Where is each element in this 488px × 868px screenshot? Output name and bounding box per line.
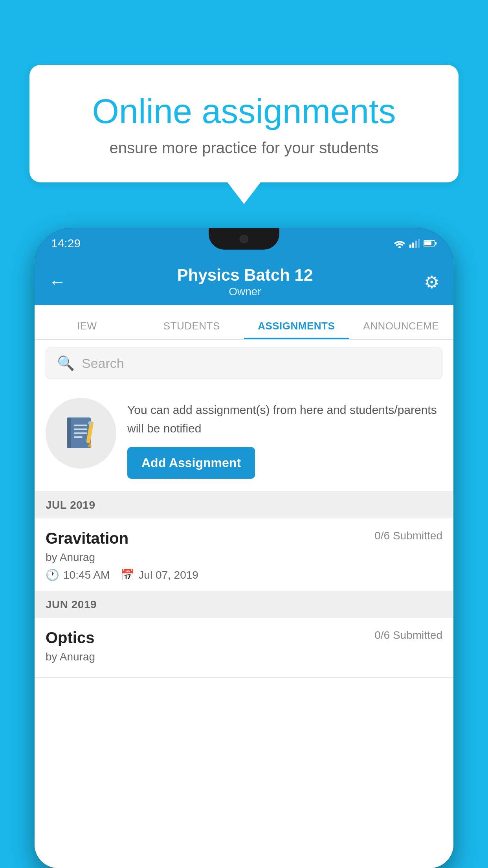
- phone-content: 🔍 Search: [35, 340, 453, 868]
- tab-announcements[interactable]: ANNOUNCEME: [349, 320, 454, 339]
- clock-icon: 🕐: [46, 568, 59, 581]
- assignment-row-top-optics: Optics 0/6 Submitted: [46, 629, 442, 647]
- promo-content: You can add assignment(s) from here and …: [127, 398, 442, 479]
- svg-rect-9: [67, 417, 71, 448]
- tab-iew[interactable]: IEW: [35, 320, 139, 339]
- assignment-submitted-optics: 0/6 Submitted: [374, 629, 442, 642]
- status-time: 14:29: [51, 237, 81, 250]
- assignment-date-gravitation: 📅 Jul 07, 2019: [121, 568, 198, 581]
- assignment-date-value: Jul 07, 2019: [138, 569, 198, 581]
- promo-description: You can add assignment(s) from here and …: [127, 401, 442, 438]
- notebook-icon: [61, 414, 101, 453]
- tab-students[interactable]: STUDENTS: [139, 320, 244, 339]
- assignment-time-value: 10:45 AM: [63, 569, 110, 581]
- promo-icon-circle: [46, 398, 116, 469]
- tab-assignments[interactable]: ASSIGNMENTS: [244, 320, 349, 339]
- search-bar[interactable]: 🔍 Search: [46, 348, 442, 379]
- svg-rect-7: [424, 241, 431, 245]
- svg-point-0: [398, 246, 401, 248]
- back-button[interactable]: ←: [49, 272, 66, 292]
- header-title-group: Physics Batch 12 Owner: [66, 266, 424, 298]
- svg-rect-11: [74, 428, 87, 430]
- section-header-jun: JUN 2019: [35, 591, 453, 618]
- signal-icon: [409, 239, 420, 248]
- app-header: ← Physics Batch 12 Owner ⚙: [35, 259, 453, 305]
- tab-bar: IEW STUDENTS ASSIGNMENTS ANNOUNCEME: [35, 305, 453, 340]
- speech-bubble: Online assignments ensure more practice …: [29, 65, 459, 182]
- svg-rect-4: [418, 239, 420, 248]
- header-title: Physics Batch 12: [66, 266, 424, 285]
- svg-rect-13: [74, 436, 83, 438]
- phone-frame-inner: ← Physics Batch 12 Owner ⚙ IEW STUDENTS …: [35, 259, 453, 868]
- section-header-jul: JUL 2019: [35, 492, 453, 519]
- promo-section: You can add assignment(s) from here and …: [35, 387, 453, 492]
- camera-dot: [240, 235, 248, 243]
- svg-rect-1: [409, 245, 411, 248]
- status-bar: 14:29: [35, 228, 453, 259]
- add-assignment-button[interactable]: Add Assignment: [127, 447, 255, 479]
- assignment-row-top: Gravitation 0/6 Submitted: [46, 530, 442, 547]
- assignment-title-optics: Optics: [46, 629, 94, 647]
- search-container: 🔍 Search: [35, 340, 453, 387]
- svg-rect-3: [415, 241, 417, 248]
- battery-icon: [424, 240, 437, 247]
- assignment-meta-gravitation: 🕐 10:45 AM 📅 Jul 07, 2019: [46, 568, 442, 581]
- assignment-item-optics[interactable]: Optics 0/6 Submitted by Anurag: [35, 618, 453, 678]
- wifi-icon: [394, 239, 405, 248]
- assignment-time-gravitation: 🕐 10:45 AM: [46, 568, 110, 581]
- header-subtitle: Owner: [66, 285, 424, 298]
- settings-icon[interactable]: ⚙: [424, 272, 439, 292]
- assignment-item-gravitation[interactable]: Gravitation 0/6 Submitted by Anurag 🕐 10…: [35, 519, 453, 591]
- search-placeholder: Search: [82, 356, 124, 371]
- assignment-author-optics: by Anurag: [46, 651, 442, 663]
- phone-notch: [209, 228, 279, 250]
- speech-bubble-container: Online assignments ensure more practice …: [29, 65, 459, 204]
- assignment-submitted-gravitation: 0/6 Submitted: [374, 530, 442, 542]
- status-icons: [394, 239, 437, 248]
- speech-bubble-tail: [227, 182, 261, 204]
- speech-bubble-title: Online assignments: [61, 92, 427, 131]
- svg-rect-10: [74, 425, 87, 426]
- svg-rect-6: [435, 242, 437, 245]
- assignment-title-gravitation: Gravitation: [46, 530, 128, 547]
- speech-bubble-subtitle: ensure more practice for your students: [61, 139, 427, 157]
- assignment-author-gravitation: by Anurag: [46, 551, 442, 564]
- phone-frame: 14:29: [35, 228, 453, 868]
- svg-rect-12: [74, 432, 87, 434]
- phone-inner: ← Physics Batch 12 Owner ⚙ IEW STUDENTS …: [35, 259, 453, 868]
- svg-rect-2: [412, 243, 414, 248]
- search-icon: 🔍: [57, 355, 75, 371]
- calendar-icon: 📅: [121, 568, 134, 581]
